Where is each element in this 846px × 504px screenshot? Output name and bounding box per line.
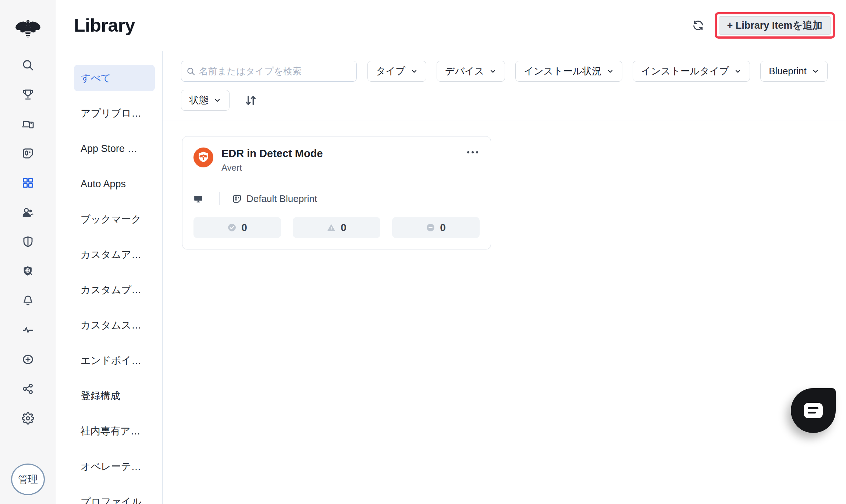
blueprint-name: Default Blueprint	[246, 193, 317, 205]
stat-blocked-count: 0	[440, 222, 446, 234]
library-page: 管理 Library + Library Itemを追加	[0, 0, 846, 504]
category-item: カスタムア…	[56, 237, 162, 272]
threat-scan-icon[interactable]	[20, 265, 36, 277]
library-item-card[interactable]: EDR in Detect Mode Avert	[182, 136, 491, 249]
category-item: エンドポイ…	[56, 343, 162, 378]
category-item-all: すべて	[56, 60, 162, 96]
card-header: EDR in Detect Mode Avert	[193, 148, 480, 173]
filter-label: インストールタイプ	[641, 65, 729, 78]
category-item: App Store …	[56, 131, 162, 166]
stat-warning: 0	[293, 217, 380, 238]
chat-launcher[interactable]	[791, 388, 836, 433]
header-actions: + Library Itemを追加	[692, 0, 835, 51]
category-label: カスタムア…	[81, 248, 141, 261]
search-input[interactable]	[181, 61, 357, 82]
category-pill[interactable]: カスタムア…	[74, 241, 155, 268]
kandji-bee-logo[interactable]	[14, 18, 42, 40]
library-grid-icon[interactable]	[20, 177, 36, 189]
main-area: Library + Library Itemを追加	[56, 0, 846, 504]
devices-icon[interactable]	[20, 118, 36, 130]
filter-bar: タイプ デバイス インストール状況 インストールタイプ	[163, 51, 846, 121]
search-field-wrap	[181, 61, 357, 82]
filter-label: タイプ	[376, 65, 405, 78]
stat-blocked: 0	[392, 217, 480, 238]
category-item: プロファイル	[56, 484, 162, 504]
category-pill[interactable]: 登録構成	[74, 383, 155, 409]
category-label: すべて	[81, 71, 111, 85]
shield-icon[interactable]	[20, 235, 36, 248]
filter-status-dropdown[interactable]: 状態	[181, 90, 230, 111]
filter-install-type-dropdown[interactable]: インストールタイプ	[633, 61, 750, 82]
filter-type-dropdown[interactable]: タイプ	[367, 61, 426, 82]
filter-blueprint-dropdown[interactable]: Blueprint	[760, 61, 828, 82]
chevron-down-icon	[812, 68, 819, 75]
add-circle-icon[interactable]	[20, 353, 36, 366]
filter-device-dropdown[interactable]: デバイス	[437, 61, 505, 82]
category-label: カスタムプ…	[81, 283, 141, 297]
category-label: Auto Apps	[81, 178, 126, 190]
category-item: ブックマーク	[56, 202, 162, 237]
check-circle-icon	[227, 223, 237, 232]
category-pill-all[interactable]: すべて	[74, 65, 155, 91]
category-label: カスタムス…	[81, 319, 141, 332]
category-pill[interactable]: アプリブロ…	[74, 100, 155, 127]
admin-avatar[interactable]: 管理	[11, 464, 45, 495]
card-titles: EDR in Detect Mode Avert	[221, 148, 466, 173]
category-label: オペレーテ…	[81, 460, 141, 473]
pulse-icon[interactable]	[20, 324, 36, 336]
chevron-down-icon	[607, 68, 614, 75]
more-options-icon[interactable]	[466, 148, 480, 157]
settings-gear-icon[interactable]	[20, 412, 36, 425]
category-label: 社内専有ア…	[81, 425, 141, 438]
category-pill[interactable]: カスタムス…	[74, 312, 155, 338]
icon-rail: 管理	[0, 0, 56, 504]
card-stats-row: 0 0	[193, 217, 480, 238]
category-pill[interactable]: オペレーテ…	[74, 453, 155, 480]
mac-monitor-icon	[193, 194, 203, 203]
search-icon[interactable]	[20, 59, 36, 71]
sort-arrows-icon[interactable]	[243, 92, 259, 109]
library-content: タイプ デバイス インストール状況 インストールタイプ	[163, 51, 846, 504]
search-input-icon	[186, 67, 196, 76]
chevron-down-icon	[734, 68, 742, 75]
admin-avatar-label: 管理	[18, 473, 38, 486]
filter-row-1: タイプ デバイス インストール状況 インストールタイプ	[181, 61, 835, 82]
integrations-icon[interactable]	[20, 383, 36, 395]
minus-octagon-icon	[426, 223, 435, 232]
card-meta-row: Default Blueprint	[193, 192, 480, 205]
category-label: App Store …	[81, 143, 138, 155]
chevron-down-icon	[489, 68, 497, 75]
add-library-item-button[interactable]: + Library Itemを追加	[719, 16, 831, 35]
avert-shield-icon	[193, 148, 213, 167]
library-body: すべて アプリブロ… App Store … Auto Apps ブックマーク …	[56, 51, 846, 504]
stat-success-count: 0	[241, 222, 247, 234]
page-title: Library	[74, 15, 135, 36]
category-label: アプリブロ…	[81, 107, 141, 120]
category-sidebar: すべて アプリブロ… App Store … Auto Apps ブックマーク …	[56, 51, 163, 504]
license-icon[interactable]	[20, 147, 36, 160]
annotation-highlight-box: + Library Itemを追加	[715, 12, 835, 39]
filter-row-2: 状態	[181, 90, 835, 111]
category-item: カスタムス…	[56, 308, 162, 343]
category-pill[interactable]: エンドポイ…	[74, 347, 155, 374]
blueprint-badge-icon	[232, 194, 242, 204]
filter-label: デバイス	[445, 65, 484, 78]
category-label: ブックマーク	[81, 213, 141, 226]
category-pill[interactable]: 社内専有ア…	[74, 418, 155, 444]
category-pill[interactable]: Auto Apps	[74, 171, 155, 197]
bell-icon[interactable]	[20, 294, 36, 307]
category-pill[interactable]: プロファイル	[74, 489, 155, 504]
users-icon[interactable]	[20, 206, 36, 219]
category-item: アプリブロ…	[56, 96, 162, 131]
category-pill[interactable]: ブックマーク	[74, 206, 155, 233]
category-pill[interactable]: App Store …	[74, 135, 155, 162]
rail-nav	[20, 59, 36, 441]
category-label: エンドポイ…	[81, 354, 141, 367]
meta-divider	[219, 192, 220, 205]
filter-install-status-dropdown[interactable]: インストール状況	[515, 61, 622, 82]
trophy-icon[interactable]	[20, 88, 36, 101]
refresh-icon[interactable]	[692, 19, 704, 32]
warning-triangle-icon	[327, 223, 336, 232]
category-pill[interactable]: カスタムプ…	[74, 277, 155, 303]
category-label: 登録構成	[81, 389, 120, 402]
